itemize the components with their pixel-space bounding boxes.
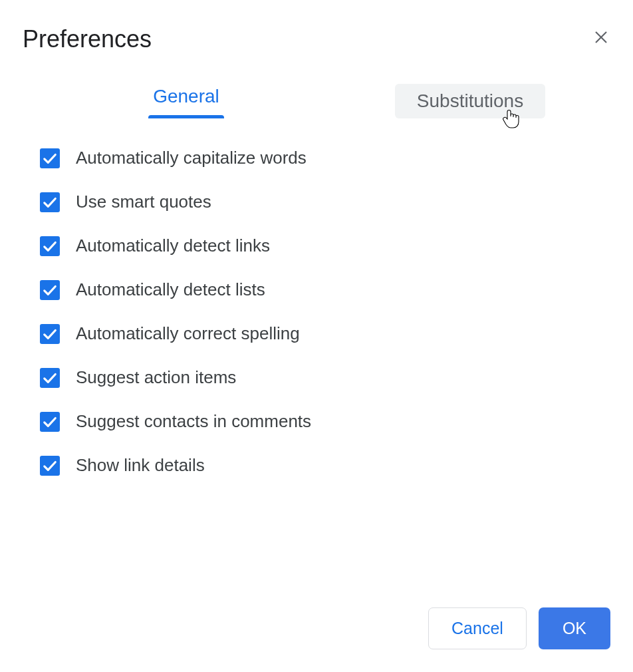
check-icon xyxy=(43,240,57,253)
checkbox-correct-spelling[interactable] xyxy=(40,324,60,344)
option-show-link-details: Show link details xyxy=(40,455,610,476)
option-correct-spelling: Automatically correct spelling xyxy=(40,323,610,344)
option-label: Suggest action items xyxy=(76,367,236,388)
option-label: Automatically detect links xyxy=(76,236,270,256)
option-capitalize-words: Automatically capitalize words xyxy=(40,148,610,168)
option-label: Suggest contacts in comments xyxy=(76,411,311,432)
check-icon xyxy=(43,327,57,341)
check-icon xyxy=(43,283,57,297)
option-suggest-action-items: Suggest action items xyxy=(40,367,610,388)
option-label: Automatically correct spelling xyxy=(76,323,300,344)
tab-substitutions[interactable]: Substitutions xyxy=(395,84,545,118)
checkbox-show-link-details[interactable] xyxy=(40,456,60,476)
check-icon xyxy=(43,371,57,385)
dialog-title: Preferences xyxy=(23,25,152,53)
checkbox-suggest-action-items[interactable] xyxy=(40,368,60,388)
check-icon xyxy=(43,152,57,165)
option-suggest-contacts: Suggest contacts in comments xyxy=(40,411,610,432)
checkbox-detect-lists[interactable] xyxy=(40,280,60,300)
option-label: Automatically detect lists xyxy=(76,279,265,300)
option-detect-lists: Automatically detect lists xyxy=(40,279,610,300)
option-smart-quotes: Use smart quotes xyxy=(40,192,610,212)
option-label: Show link details xyxy=(76,455,205,476)
dialog-footer: Cancel OK xyxy=(23,607,610,649)
dialog-header: Preferences xyxy=(23,25,610,53)
option-label: Automatically capitalize words xyxy=(76,148,307,168)
checkbox-capitalize-words[interactable] xyxy=(40,148,60,168)
checkbox-detect-links[interactable] xyxy=(40,236,60,256)
preferences-dialog: Preferences General Substitutions Automa… xyxy=(0,0,633,672)
close-button[interactable] xyxy=(592,28,610,47)
tab-general[interactable]: General xyxy=(40,84,332,118)
ok-button[interactable]: OK xyxy=(539,607,610,649)
check-icon xyxy=(43,196,57,209)
check-icon xyxy=(43,415,57,428)
options-list: Automatically capitalize words Use smart… xyxy=(40,148,610,594)
tab-bar: General Substitutions xyxy=(40,84,610,118)
close-icon xyxy=(593,29,609,45)
cancel-button[interactable]: Cancel xyxy=(428,607,527,649)
checkbox-smart-quotes[interactable] xyxy=(40,192,60,212)
check-icon xyxy=(43,459,57,472)
checkbox-suggest-contacts[interactable] xyxy=(40,412,60,432)
option-detect-links: Automatically detect links xyxy=(40,236,610,256)
option-label: Use smart quotes xyxy=(76,192,211,212)
